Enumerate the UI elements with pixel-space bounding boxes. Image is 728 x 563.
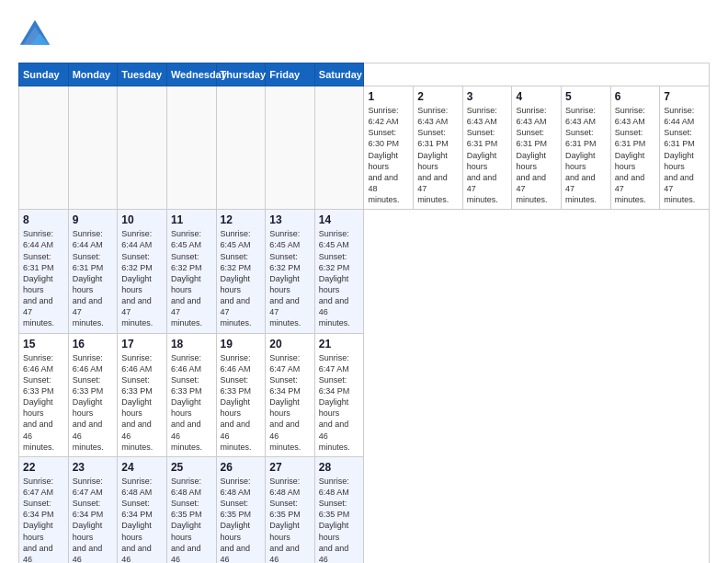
logo: [18, 18, 57, 52]
day-info: Sunrise: 6:44 AMSunset: 6:31 PMDaylight …: [23, 228, 64, 328]
day-number: 15: [23, 338, 64, 350]
day-number: 28: [319, 461, 360, 474]
table-row: 19Sunrise: 6:46 AMSunset: 6:33 PMDayligh…: [216, 333, 266, 456]
day-info: Sunrise: 6:46 AMSunset: 6:33 PMDaylight …: [221, 352, 262, 453]
table-row: 28Sunrise: 6:48 AMSunset: 6:35 PMDayligh…: [314, 456, 364, 563]
table-row: 11Sunrise: 6:45 AMSunset: 6:32 PMDayligh…: [166, 210, 216, 333]
table-row: 25Sunrise: 6:48 AMSunset: 6:35 PMDayligh…: [166, 456, 216, 563]
table-row: 24Sunrise: 6:48 AMSunset: 6:34 PMDayligh…: [118, 456, 167, 563]
day-number: 3: [467, 90, 508, 103]
day-number: 25: [171, 461, 212, 474]
day-info: Sunrise: 6:47 AMSunset: 6:34 PMDaylight …: [23, 476, 64, 563]
header: [18, 18, 710, 52]
day-info: Sunrise: 6:46 AMSunset: 6:33 PMDaylight …: [121, 352, 163, 453]
table-row: [266, 86, 315, 210]
col-sunday: Sunday: [19, 63, 69, 86]
table-row: 22Sunrise: 6:47 AMSunset: 6:34 PMDayligh…: [19, 456, 69, 563]
day-info: Sunrise: 6:43 AMSunset: 6:31 PMDaylight …: [417, 105, 459, 205]
calendar-table: Sunday Monday Tuesday Wednesday Thursday…: [18, 63, 710, 563]
table-row: 8Sunrise: 6:44 AMSunset: 6:31 PMDaylight…: [19, 210, 69, 333]
day-number: 24: [121, 461, 163, 474]
day-info: Sunrise: 6:43 AMSunset: 6:31 PMDaylight …: [565, 105, 607, 205]
table-row: 5Sunrise: 6:43 AMSunset: 6:31 PMDaylight…: [562, 86, 611, 210]
col-thursday: Thursday: [216, 63, 266, 86]
day-info: Sunrise: 6:45 AMSunset: 6:32 PMDaylight …: [269, 228, 311, 328]
col-monday: Monday: [68, 63, 118, 86]
day-info: Sunrise: 6:46 AMSunset: 6:33 PMDaylight …: [23, 352, 64, 453]
table-row: 3Sunrise: 6:43 AMSunset: 6:31 PMDaylight…: [462, 86, 512, 210]
day-number: 23: [73, 461, 114, 474]
table-row: [118, 86, 167, 210]
day-number: 6: [615, 90, 656, 103]
table-row: 13Sunrise: 6:45 AMSunset: 6:32 PMDayligh…: [266, 210, 315, 333]
table-row: [68, 86, 118, 210]
day-info: Sunrise: 6:45 AMSunset: 6:32 PMDaylight …: [221, 228, 262, 328]
day-number: 20: [269, 338, 311, 350]
table-row: [19, 86, 69, 210]
day-number: 4: [516, 90, 557, 103]
table-row: [216, 86, 266, 210]
day-number: 27: [269, 461, 311, 474]
day-number: 5: [565, 90, 607, 103]
day-info: Sunrise: 6:42 AMSunset: 6:30 PMDaylight …: [368, 105, 409, 205]
col-wednesday: Wednesday: [166, 63, 216, 86]
table-row: [314, 86, 364, 210]
day-info: Sunrise: 6:43 AMSunset: 6:31 PMDaylight …: [467, 105, 508, 205]
day-number: 22: [23, 461, 64, 474]
day-number: 18: [171, 338, 212, 350]
table-row: 1Sunrise: 6:42 AMSunset: 6:30 PMDaylight…: [364, 86, 414, 210]
logo-icon: [18, 18, 51, 52]
table-row: [166, 86, 216, 210]
day-number: 2: [417, 90, 459, 103]
day-number: 13: [269, 213, 311, 226]
table-row: 15Sunrise: 6:46 AMSunset: 6:33 PMDayligh…: [19, 333, 69, 456]
day-number: 11: [171, 213, 212, 226]
table-row: 4Sunrise: 6:43 AMSunset: 6:31 PMDaylight…: [512, 86, 562, 210]
calendar-week-row: 22Sunrise: 6:47 AMSunset: 6:34 PMDayligh…: [19, 456, 710, 563]
day-info: Sunrise: 6:48 AMSunset: 6:35 PMDaylight …: [171, 476, 212, 563]
table-row: 21Sunrise: 6:47 AMSunset: 6:34 PMDayligh…: [314, 333, 364, 456]
calendar-header-row: Sunday Monday Tuesday Wednesday Thursday…: [19, 63, 710, 86]
day-number: 1: [368, 90, 409, 103]
day-info: Sunrise: 6:47 AMSunset: 6:34 PMDaylight …: [73, 476, 114, 563]
table-row: 20Sunrise: 6:47 AMSunset: 6:34 PMDayligh…: [266, 333, 315, 456]
day-info: Sunrise: 6:46 AMSunset: 6:33 PMDaylight …: [171, 352, 212, 453]
day-info: Sunrise: 6:45 AMSunset: 6:32 PMDaylight …: [319, 228, 360, 328]
table-row: 2Sunrise: 6:43 AMSunset: 6:31 PMDaylight…: [414, 86, 463, 210]
day-number: 21: [319, 338, 360, 350]
day-number: 8: [23, 213, 64, 226]
day-number: 19: [221, 338, 262, 350]
day-info: Sunrise: 6:43 AMSunset: 6:31 PMDaylight …: [516, 105, 557, 205]
day-info: Sunrise: 6:46 AMSunset: 6:33 PMDaylight …: [73, 352, 114, 453]
table-row: 7Sunrise: 6:44 AMSunset: 6:31 PMDaylight…: [660, 86, 710, 210]
table-row: 16Sunrise: 6:46 AMSunset: 6:33 PMDayligh…: [68, 333, 118, 456]
table-row: 23Sunrise: 6:47 AMSunset: 6:34 PMDayligh…: [68, 456, 118, 563]
day-number: 17: [121, 338, 163, 350]
day-number: 14: [319, 213, 360, 226]
day-number: 12: [221, 213, 262, 226]
day-info: Sunrise: 6:48 AMSunset: 6:34 PMDaylight …: [121, 476, 163, 563]
day-info: Sunrise: 6:44 AMSunset: 6:31 PMDaylight …: [664, 105, 705, 205]
day-info: Sunrise: 6:44 AMSunset: 6:31 PMDaylight …: [73, 228, 114, 328]
page: Sunday Monday Tuesday Wednesday Thursday…: [0, 0, 728, 563]
col-saturday: Saturday: [314, 63, 364, 86]
table-row: 14Sunrise: 6:45 AMSunset: 6:32 PMDayligh…: [314, 210, 364, 333]
day-info: Sunrise: 6:47 AMSunset: 6:34 PMDaylight …: [319, 352, 360, 453]
calendar-week-row: 15Sunrise: 6:46 AMSunset: 6:33 PMDayligh…: [19, 333, 710, 456]
day-number: 9: [73, 213, 114, 226]
table-row: 9Sunrise: 6:44 AMSunset: 6:31 PMDaylight…: [68, 210, 118, 333]
table-row: 6Sunrise: 6:43 AMSunset: 6:31 PMDaylight…: [610, 86, 660, 210]
day-number: 26: [221, 461, 262, 474]
table-row: 10Sunrise: 6:44 AMSunset: 6:32 PMDayligh…: [118, 210, 167, 333]
table-row: 27Sunrise: 6:48 AMSunset: 6:35 PMDayligh…: [266, 456, 315, 563]
day-info: Sunrise: 6:43 AMSunset: 6:31 PMDaylight …: [615, 105, 656, 205]
day-info: Sunrise: 6:48 AMSunset: 6:35 PMDaylight …: [269, 476, 311, 563]
day-info: Sunrise: 6:44 AMSunset: 6:32 PMDaylight …: [121, 228, 163, 328]
day-info: Sunrise: 6:48 AMSunset: 6:35 PMDaylight …: [319, 476, 360, 563]
day-number: 16: [73, 338, 114, 350]
calendar-week-row: 1Sunrise: 6:42 AMSunset: 6:30 PMDaylight…: [19, 86, 710, 210]
table-row: 18Sunrise: 6:46 AMSunset: 6:33 PMDayligh…: [166, 333, 216, 456]
table-row: 12Sunrise: 6:45 AMSunset: 6:32 PMDayligh…: [216, 210, 266, 333]
day-info: Sunrise: 6:48 AMSunset: 6:35 PMDaylight …: [221, 476, 262, 563]
day-info: Sunrise: 6:45 AMSunset: 6:32 PMDaylight …: [171, 228, 212, 328]
